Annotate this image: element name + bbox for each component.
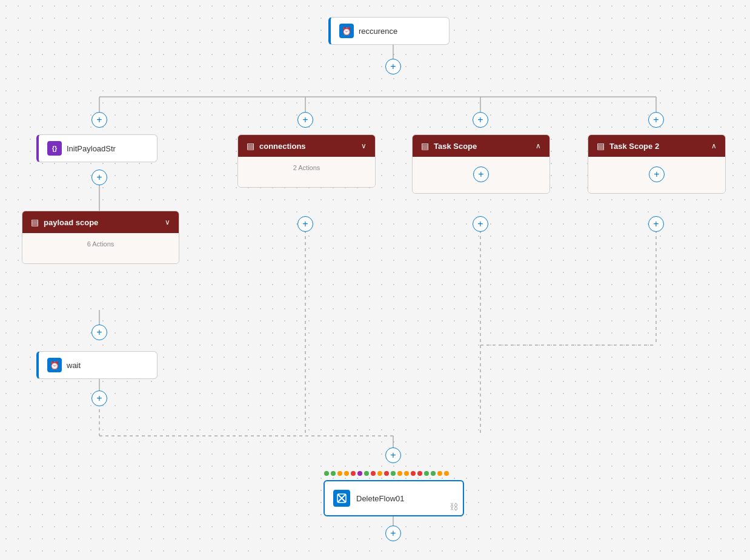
add-after-deleteflow[interactable]: +: [385, 525, 401, 541]
recurrence-label: reccurence: [359, 27, 397, 36]
payload-scope-body: 6 Actions: [22, 233, 179, 263]
add-inside-taskscope2[interactable]: +: [649, 166, 665, 182]
add-after-recurrence[interactable]: +: [385, 59, 401, 74]
task-scope2-header: ▤ Task Scope 2 ∧: [588, 135, 725, 157]
add-merge[interactable]: +: [385, 447, 401, 463]
connections-scope: ▤ connections ∨ 2 Actions: [237, 134, 376, 188]
wait-label: wait: [67, 361, 81, 370]
add-before-taskscope[interactable]: +: [473, 112, 488, 128]
init-payload-node: {} InitPayloadStr: [36, 134, 158, 162]
task-scope2-chevron[interactable]: ∧: [711, 142, 717, 150]
add-after-taskscope[interactable]: +: [473, 216, 488, 232]
deleteflow-icon: [333, 490, 350, 507]
add-after-payloadscope[interactable]: +: [91, 324, 107, 340]
wait-node: ⏰ wait: [36, 351, 158, 379]
link-icon: ⛓: [450, 502, 458, 512]
task-scope-header: ▤ Task Scope ∧: [413, 135, 549, 157]
connections-chevron[interactable]: ∨: [361, 142, 367, 150]
add-after-connections[interactable]: +: [297, 216, 313, 232]
payload-scope-chevron[interactable]: ∨: [165, 218, 170, 226]
wait-icon: ⏰: [47, 358, 62, 372]
connections-body: 2 Actions: [238, 157, 375, 187]
connections-header: ▤ connections ∨: [238, 135, 375, 157]
deleteflow-node: DeleteFlow01 ⛓: [324, 480, 464, 516]
deleteflow-label: DeleteFlow01: [356, 494, 405, 503]
recurrence-icon: ⏰: [339, 24, 354, 38]
add-after-wait[interactable]: +: [91, 390, 107, 406]
add-after-initpayload[interactable]: +: [91, 170, 107, 185]
task-scope2-body: +: [588, 157, 725, 193]
payload-scope-header: ▤ payload scope ∨: [22, 211, 179, 233]
task-scope-body: +: [413, 157, 549, 193]
initpayload-icon: {}: [47, 141, 62, 156]
add-before-taskscope2[interactable]: +: [648, 112, 664, 128]
add-after-taskscope2[interactable]: +: [648, 216, 664, 232]
recurrence-node: ⏰ reccurence: [328, 17, 450, 45]
add-inside-taskscope[interactable]: +: [473, 166, 489, 182]
initpayload-label: InitPayloadStr: [67, 144, 116, 153]
payload-scope-node: ▤ payload scope ∨ 6 Actions: [22, 211, 179, 264]
add-before-initpayload[interactable]: +: [91, 112, 107, 128]
task-scope-node: ▤ Task Scope ∧ +: [412, 134, 550, 194]
task-scope2-node: ▤ Task Scope 2 ∧ +: [588, 134, 726, 194]
task-scope-chevron[interactable]: ∧: [536, 142, 541, 150]
status-dots: [324, 471, 449, 476]
add-before-connections[interactable]: +: [297, 112, 313, 128]
